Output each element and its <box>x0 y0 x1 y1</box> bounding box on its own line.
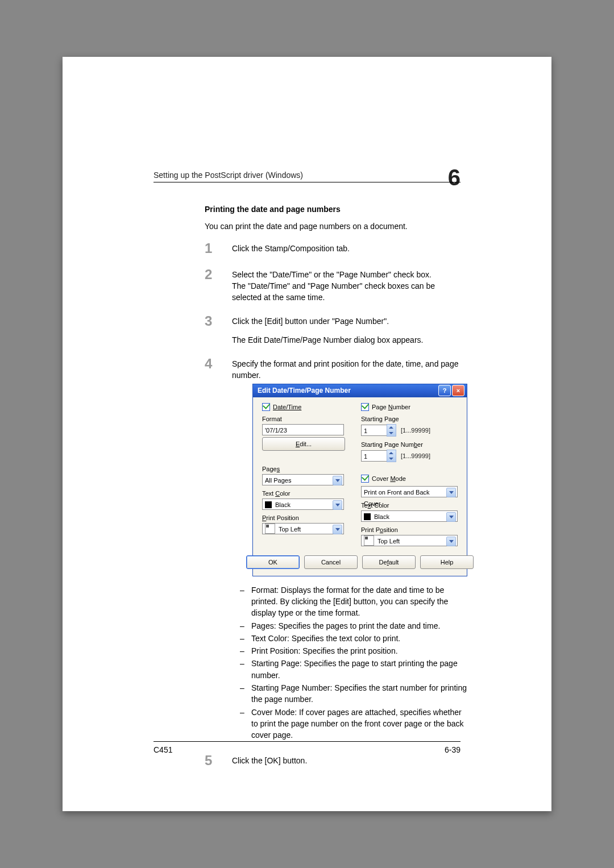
pages-select[interactable]: All Pages <box>262 474 344 485</box>
cancel-button[interactable]: Cancel <box>304 555 358 569</box>
dialog-left-column: Date/Time Format '07/1/23 Edit... Pages … <box>259 403 357 546</box>
position-icon <box>364 535 374 546</box>
dialog-button-row: OK Cancel Default Help <box>253 555 467 576</box>
default-button[interactable]: Default <box>362 555 416 569</box>
step-text: Click the [OK] button. <box>232 755 455 766</box>
step-text: Click the Stamp/Composition tab. <box>232 243 455 254</box>
dialog-body: Date/Time Format '07/1/23 Edit... Pages … <box>253 397 467 555</box>
chapter-number: 6 <box>448 165 460 190</box>
sub-bullets: Format: Displays the format for the date… <box>240 584 467 741</box>
bullet-item: Print Position: Specifies the print posi… <box>240 645 467 657</box>
bullet-item: Starting Page Number: Specifies the star… <box>240 682 467 705</box>
step-number: 2 <box>205 267 232 283</box>
printposition-label: Print Position <box>262 514 354 521</box>
textcolor-label: Text Color <box>262 490 354 497</box>
header-rule <box>154 182 460 182</box>
step-number: 1 <box>205 240 232 256</box>
help-button[interactable]: Help <box>420 555 474 569</box>
step-number: 5 <box>205 753 232 769</box>
textcolor-select[interactable]: Black <box>361 510 458 522</box>
running-header: Setting up the PostScript driver (Window… <box>154 171 303 180</box>
color-swatch-icon <box>364 513 371 520</box>
bullet-item: Cover Mode: If cover pages are attached,… <box>240 707 467 741</box>
position-icon <box>265 524 275 534</box>
bullet-item: Text Color: Specifies the text color to … <box>240 633 467 644</box>
printposition-label: Print Position <box>361 526 458 533</box>
section-intro: You can print the date and page numbers … <box>205 221 455 232</box>
footer-pageref: 6-39 <box>445 745 460 754</box>
spinner-buttons-icon[interactable] <box>387 450 396 462</box>
ok-button[interactable]: OK <box>246 555 300 569</box>
datetime-checkbox[interactable]: Date/Time <box>262 403 354 411</box>
document-page: Setting up the PostScript driver (Window… <box>63 57 551 811</box>
printposition-select[interactable]: Top Left <box>262 523 344 534</box>
spinner-value[interactable]: 1 <box>361 425 387 436</box>
dialog-titlebar[interactable]: Edit Date/Time/Page Number ? × <box>253 384 467 397</box>
textcolor-select[interactable]: Black <box>262 499 344 510</box>
select-value: Top Left <box>377 538 400 545</box>
step-number: 4 <box>205 356 232 372</box>
select-value: All Pages <box>265 477 291 484</box>
startingpage-spinner[interactable]: 1 [1...99999] <box>361 424 458 437</box>
bullet-item: Pages: Specifies the pages to print the … <box>240 620 467 632</box>
step-text: Specify the format and print position fo… <box>232 358 467 742</box>
step-text-line: The Edit Date/Time/Page Number dialog bo… <box>232 334 455 346</box>
step-number: 3 <box>205 313 232 329</box>
pages-label: Pages <box>262 466 354 472</box>
body-content: Printing the date and page numbers You c… <box>205 203 455 781</box>
color-swatch-icon <box>265 501 272 508</box>
step-text: Click the [Edit] button under "Page Numb… <box>232 315 455 346</box>
startingnumber-spinner[interactable]: 1 [1...99999] <box>361 450 458 462</box>
format-label: Format <box>262 416 354 422</box>
step-text-line: Click the [Edit] button under "Page Numb… <box>232 315 455 327</box>
select-value: Top Left <box>279 526 301 533</box>
dialog-title: Edit Date/Time/Page Number <box>255 387 437 394</box>
section-title: Printing the date and page numbers <box>205 203 455 215</box>
range-hint: [1...99999] <box>401 427 430 434</box>
printposition-select[interactable]: Top Left <box>361 535 458 546</box>
pagenumber-checkbox[interactable]: Page Number <box>361 403 458 411</box>
edit-button[interactable]: Edit... <box>262 437 345 451</box>
step-list: 1 Click the Stamp/Composition tab. 2 Sel… <box>205 243 455 769</box>
format-value: '07/1/23 <box>262 424 344 435</box>
spinner-buttons-icon[interactable] <box>387 424 396 437</box>
covermode-select[interactable]: Print on Front and Back Cover <box>361 486 458 497</box>
step-text: Select the "Date/Time" or the "Page Numb… <box>232 269 455 304</box>
dialog-right-column: Page Number Starting Page 1 [1...99999] … <box>357 403 461 546</box>
spinner-value[interactable]: 1 <box>361 450 387 462</box>
startingpage-label: Starting Page <box>361 416 458 422</box>
edit-datetime-dialog: Edit Date/Time/Page Number ? × Date/Time… <box>252 384 467 576</box>
select-value: Black <box>275 501 291 508</box>
footer-model: C451 <box>154 745 172 754</box>
checkbox-label: Date/Time <box>273 404 301 410</box>
covermode-checkbox[interactable]: Cover Mode <box>361 475 458 483</box>
bullet-item: Format: Displays the format for the date… <box>240 584 467 619</box>
help-icon[interactable]: ? <box>438 385 451 396</box>
page-footer: C451 6-39 <box>154 741 460 754</box>
close-icon[interactable]: × <box>452 385 464 396</box>
startingnumber-label: Starting Page Number <box>361 441 458 448</box>
step-text-line: Specify the format and print position fo… <box>232 358 467 381</box>
bullet-item: Starting Page: Specifies the page to sta… <box>240 658 467 681</box>
select-value: Black <box>374 513 389 520</box>
range-hint: [1...99999] <box>401 452 430 459</box>
